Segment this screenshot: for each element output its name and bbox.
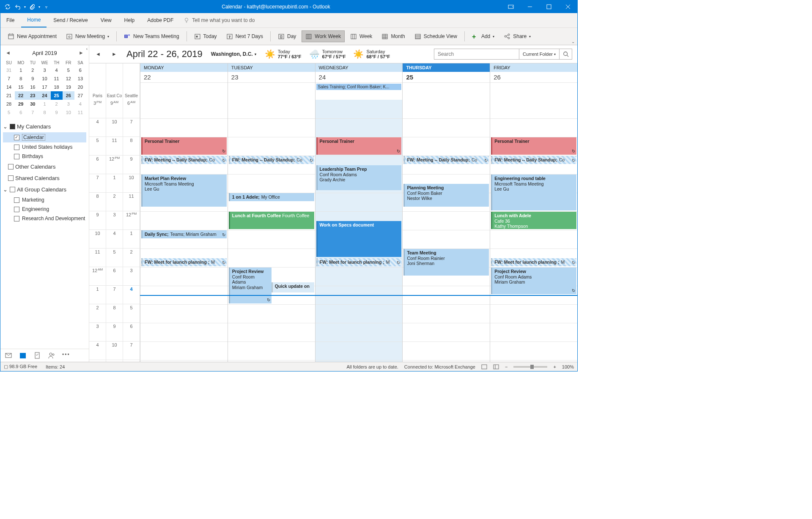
- undo-icon[interactable]: [14, 3, 22, 11]
- my-calendars-group[interactable]: ⌄My Calendars: [3, 121, 86, 132]
- minical-day[interactable]: 27: [74, 91, 86, 100]
- week-view-button[interactable]: Week: [346, 30, 376, 42]
- qat-customize-icon[interactable]: ▿: [45, 5, 47, 9]
- day-header[interactable]: FRIDAY26: [490, 63, 577, 100]
- calendar-list-item[interactable]: Calendar: [3, 132, 86, 142]
- calendar-event[interactable]: FW: Meeting -- Daily Standup; Co: [403, 156, 489, 164]
- minical-day[interactable]: 6: [15, 108, 27, 117]
- day-column[interactable]: FW: Meeting -- Daily Standup; CoPlanning…: [402, 100, 490, 362]
- work-week-view-button[interactable]: Work Week: [302, 30, 345, 42]
- minical-day[interactable]: 20: [74, 83, 86, 91]
- calendar-list-item[interactable]: Marketing: [3, 195, 86, 205]
- view-normal-icon[interactable]: [481, 364, 487, 369]
- minical-day[interactable]: 28: [3, 100, 15, 108]
- calendar-list-item[interactable]: Birthdays: [3, 152, 86, 161]
- minical-day[interactable]: 17: [38, 83, 50, 91]
- more-icon[interactable]: •••: [62, 352, 70, 359]
- calendar-event[interactable]: Work on Specs document: [316, 221, 402, 257]
- calendar-event[interactable]: Lunch at Fourth Coffee Fourth Coffee: [229, 212, 314, 229]
- day-column[interactable]: Personal TrainerFW: Meeting -- Daily Sta…: [140, 100, 228, 362]
- close-button[interactable]: [558, 0, 577, 13]
- calendar-event[interactable]: Market Plan ReviewMicrosoft Teams Meetin…: [141, 175, 227, 207]
- checkbox-icon[interactable]: [14, 154, 19, 159]
- minical-day[interactable]: 3: [38, 66, 50, 74]
- checkbox-icon[interactable]: [14, 207, 19, 212]
- minical-day[interactable]: 8: [38, 108, 50, 117]
- calendar-event[interactable]: Team MeetingConf Room RainierJoni Sherma…: [403, 249, 489, 276]
- day-header[interactable]: WEDNESDAY24Sales Training; Conf Room Bak…: [315, 63, 403, 100]
- checkbox-icon[interactable]: [14, 135, 19, 140]
- minical-day[interactable]: 18: [51, 83, 63, 91]
- minical-day[interactable]: 11: [51, 74, 63, 83]
- minical-day[interactable]: 7: [27, 108, 38, 117]
- checkbox-icon[interactable]: [14, 145, 19, 150]
- calendar-event[interactable]: Engineering round tableMicrosoft Teams M…: [491, 175, 576, 210]
- checkbox-icon[interactable]: [10, 187, 15, 192]
- calendar-event[interactable]: FW: Meet for launch planning ; M: [141, 258, 227, 266]
- checkbox-icon[interactable]: [10, 124, 15, 129]
- menu-send-receive[interactable]: Send / Receive: [47, 13, 93, 27]
- schedule-view-button[interactable]: Schedule View: [411, 30, 461, 42]
- weather-saturday[interactable]: ☀️Saturday68°F / 57°F: [353, 49, 390, 59]
- minical-day[interactable]: 9: [51, 108, 63, 117]
- minical-day[interactable]: 2: [51, 100, 63, 108]
- minical-day[interactable]: 15: [15, 83, 27, 91]
- minical-day[interactable]: 19: [63, 83, 74, 91]
- menu-help[interactable]: Help: [118, 13, 141, 27]
- minical-day[interactable]: 3: [63, 100, 74, 108]
- calendar-event[interactable]: Lunch with AdeleCafe 36Kathy Thompson: [491, 212, 576, 229]
- other-calendars-group[interactable]: Other Calendars: [3, 161, 86, 172]
- collapse-sidebar-icon[interactable]: ‹: [86, 46, 88, 51]
- menu-view[interactable]: View: [95, 13, 118, 27]
- minical-day[interactable]: 7: [3, 74, 15, 83]
- menu-adobe[interactable]: Adobe PDF: [141, 13, 179, 27]
- minical-day[interactable]: 2: [27, 66, 38, 74]
- minical-day[interactable]: 8: [15, 74, 27, 83]
- minical-day[interactable]: 6: [74, 66, 86, 74]
- calendar-event[interactable]: Personal Trainer: [141, 137, 227, 155]
- mail-icon[interactable]: [5, 352, 12, 359]
- next-week-button[interactable]: ►: [110, 50, 118, 58]
- weather-tomorrow[interactable]: 🌧️Tomorrow67°F / 57°F: [309, 49, 346, 59]
- checkbox-icon[interactable]: [14, 197, 19, 203]
- prev-week-button[interactable]: ◄: [94, 50, 102, 58]
- search-button[interactable]: [559, 49, 572, 59]
- today-button[interactable]: Today: [190, 30, 221, 42]
- minical-day[interactable]: 26: [63, 91, 74, 100]
- minical-day[interactable]: 12: [63, 74, 74, 83]
- zoom-out-button[interactable]: −: [505, 364, 508, 369]
- minical-day[interactable]: 29: [15, 100, 27, 108]
- calendar-event[interactable]: FW: Meeting -- Daily Standup; Co: [141, 156, 227, 164]
- day-header[interactable]: TUESDAY23: [228, 63, 315, 100]
- calendar-event[interactable]: Leadership Team PrepConf Room AdamsGrady…: [316, 165, 402, 190]
- next7-button[interactable]: 7 Next 7 Days: [222, 30, 267, 42]
- sync-icon[interactable]: [4, 3, 11, 11]
- tasks-icon[interactable]: [33, 352, 41, 359]
- calendar-event[interactable]: Planning MeetingConf Room BakerNestor Wi…: [403, 184, 489, 207]
- calendar-event[interactable]: Project ReviewConf Room AdamsMiriam Grah…: [491, 268, 576, 294]
- calendar-event[interactable]: FW: Meet for launch planning ; M: [316, 258, 402, 266]
- all-group-calendars-group[interactable]: ⌄All Group Calendars: [3, 184, 86, 195]
- minical-day[interactable]: 4: [51, 66, 63, 74]
- calendar-event[interactable]: FW: Meeting -- Daily Standup; Co: [491, 156, 576, 164]
- calendar-event[interactable]: Project ReviewConf Room AdamsMiriam Grah…: [229, 268, 272, 303]
- day-column[interactable]: FW: Meeting -- Daily Standup; Co1 on 1 A…: [228, 100, 315, 362]
- day-column[interactable]: Personal TrainerFW: Meeting -- Daily Sta…: [490, 100, 577, 362]
- minical-day[interactable]: 10: [38, 74, 50, 83]
- minical-day[interactable]: 1: [15, 66, 27, 74]
- allday-event[interactable]: Sales Training; Conf Room Baker; K...: [316, 84, 402, 90]
- day-header[interactable]: THURSDAY25: [402, 63, 490, 100]
- minical-day[interactable]: 30: [27, 100, 38, 108]
- calendar-event[interactable]: Quick update on: [272, 282, 314, 292]
- zoom-in-button[interactable]: +: [553, 364, 556, 369]
- prev-month-button[interactable]: ◄: [5, 49, 11, 56]
- add-calendar-button[interactable]: +Add▾: [468, 30, 498, 42]
- minical-day[interactable]: 1: [38, 100, 50, 108]
- calendar-event[interactable]: FW: Meeting -- Daily Standup; Co: [229, 156, 314, 164]
- share-calendar-button[interactable]: Share▾: [500, 30, 535, 42]
- location-selector[interactable]: Washington, D.C.▾: [211, 51, 256, 57]
- checkbox-icon[interactable]: [8, 164, 14, 169]
- minical-day[interactable]: 11: [74, 108, 86, 117]
- calendar-list-item[interactable]: Engineering: [3, 205, 86, 214]
- minical-day[interactable]: 10: [63, 108, 74, 117]
